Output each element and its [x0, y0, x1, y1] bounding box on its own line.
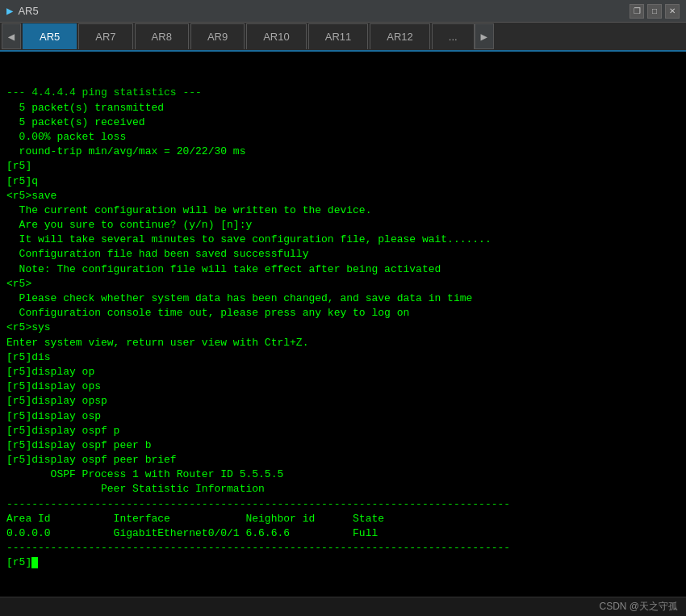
terminal-line: [r5]display ospf p [6, 424, 680, 438]
terminal-line: [r5] [6, 555, 680, 570]
watermark-text: CSDN @天之守孤 [599, 600, 678, 614]
window-title: AR5 [18, 5, 38, 17]
terminal-line: <r5>sys [6, 321, 680, 335]
terminal-line: ----------------------------------------… [6, 497, 680, 512]
window-controls: ❐ □ ✕ [630, 4, 680, 19]
tab-ar9[interactable]: AR9 [190, 23, 245, 49]
terminal-line: [r5]display ospf peer brief [6, 453, 680, 467]
terminal-line: [r5]dis [6, 350, 680, 365]
terminal-line: [r5]display ospf peer b [6, 438, 680, 453]
terminal-line: OSPF Process 1 with Router ID 5.5.5.5 [6, 467, 680, 482]
terminal-line: The current configuration will be writte… [6, 203, 680, 218]
terminal-line: 5 packet(s) transmitted [6, 101, 680, 115]
terminal-line: [r5] [6, 159, 680, 174]
tab-prev-button[interactable]: ◀ [2, 23, 21, 49]
terminal-line: Peer Statistic Information [6, 482, 680, 497]
maximize-button[interactable]: □ [647, 4, 662, 19]
terminal-line: Please check whether system data has bee… [6, 291, 680, 306]
terminal-line: 0.0.0.0 GigabitEthernet0/0/1 6.6.6.6 Ful… [6, 526, 680, 541]
terminal-area[interactable]: --- 4.4.4.4 ping statistics --- 5 packet… [0, 52, 686, 597]
title-bar-left: ▶ AR5 [6, 4, 39, 18]
app-icon: ▶ [6, 4, 13, 18]
tab-dots[interactable]: ... [432, 23, 475, 49]
close-button[interactable]: ✕ [665, 4, 680, 19]
minimize-button[interactable]: ❐ [630, 4, 644, 19]
terminal-line: 0.00% packet loss [6, 130, 680, 145]
status-bar: CSDN @天之守孤 [0, 597, 686, 616]
tab-ar10[interactable]: AR10 [246, 23, 307, 49]
tab-ar8[interactable]: AR8 [135, 23, 189, 49]
tab-ar11[interactable]: AR11 [308, 23, 369, 49]
tab-ar5[interactable]: AR5 [23, 23, 77, 49]
terminal-line: <r5> [6, 277, 680, 291]
terminal-line: Note: The configuration file will take e… [6, 262, 680, 277]
terminal-line: It will take several minutes to save con… [6, 233, 680, 247]
tab-ar12[interactable]: AR12 [370, 23, 430, 49]
terminal-line: [r5]display opsp [6, 394, 680, 409]
terminal-line: Configuration console time out, please p… [6, 306, 680, 321]
terminal-line: Are you sure to continue? (y/n) [n]:y [6, 218, 680, 233]
terminal-line: [r5]display ops [6, 379, 680, 394]
terminal-line: Configuration file had been saved succes… [6, 247, 680, 262]
tab-next-button[interactable]: ▶ [475, 23, 494, 49]
terminal-line: 5 packet(s) received [6, 115, 680, 130]
tab-ar7[interactable]: AR7 [78, 23, 132, 49]
tab-bar: ◀ AR5AR7AR8AR9AR10AR11AR12... ▶ [0, 23, 686, 52]
title-bar: ▶ AR5 ❐ □ ✕ [0, 0, 686, 23]
terminal-line: [r5]display op [6, 365, 680, 379]
terminal-line: <r5>save [6, 189, 680, 203]
terminal-line: --- 4.4.4.4 ping statistics --- [6, 86, 680, 100]
terminal-content: --- 4.4.4.4 ping statistics --- 5 packet… [6, 86, 680, 570]
terminal-line: Area Id Interface Neighbor id State [6, 512, 680, 526]
terminal-line: round-trip min/avg/max = 20/22/30 ms [6, 145, 680, 159]
terminal-line: ----------------------------------------… [6, 541, 680, 555]
terminal-cursor [31, 557, 38, 568]
terminal-line: Enter system view, return user view with… [6, 336, 680, 350]
terminal-line: [r5]display osp [6, 409, 680, 424]
tabs-container: AR5AR7AR8AR9AR10AR11AR12... [21, 23, 475, 49]
terminal-line: [r5]q [6, 174, 680, 189]
